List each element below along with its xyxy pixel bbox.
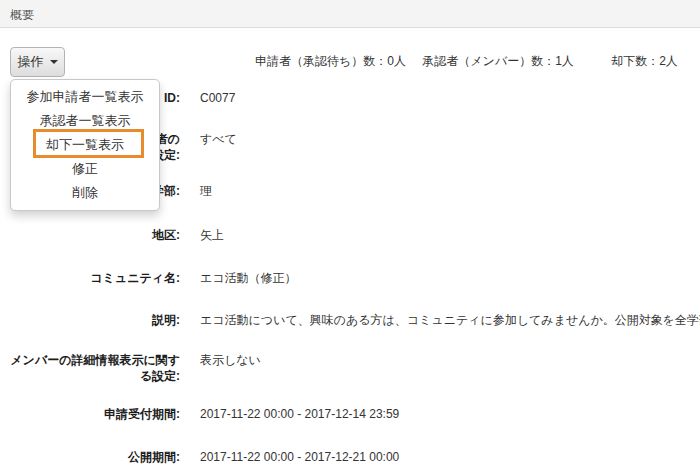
rejected-count: 却下数：2人 xyxy=(611,54,678,68)
field-value: 表示しない xyxy=(200,352,261,368)
field-value: すべて xyxy=(200,131,237,147)
member-counts-summary: 申請者（承認待ち）数：0人 承認者（メンバー）数：1人 却下数：2人 xyxy=(255,53,678,70)
action-dropdown-button[interactable]: 操作 xyxy=(10,47,65,77)
field-value: 2017-11-22 00:00 - 2017-12-21 00:00 xyxy=(200,449,399,465)
field-value: 矢上 xyxy=(200,227,224,243)
menu-item-edit[interactable]: 修正 xyxy=(11,157,159,181)
menu-item-show-rejected-list[interactable]: 却下一覧表示 xyxy=(11,133,159,157)
caret-down-icon xyxy=(50,60,58,64)
field-value: C0077 xyxy=(200,90,235,106)
action-dropdown-menu: 参加申請者一覧表示 承認者一覧表示 却下一覧表示 修正 削除 xyxy=(10,79,160,211)
field-row-member-detail-setting: メンバーの詳細情報表示に関す る設定: 表示しない xyxy=(0,352,261,384)
approver-count: 承認者（メンバー）数：1人 xyxy=(422,54,574,68)
action-button-label: 操作 xyxy=(18,53,44,71)
field-label: メンバーの詳細情報表示に関す る設定: xyxy=(0,352,180,384)
field-row-application-period: 申請受付期間: 2017-11-22 00:00 - 2017-12-14 23… xyxy=(0,406,399,422)
field-row-district: 地区: 矢上 xyxy=(0,227,224,243)
field-value: エコ活動について、興味のある方は、コミュニティに参加してみませんか。公開対象を全… xyxy=(200,312,700,328)
page-header-bar: 概要 xyxy=(0,0,700,28)
field-label: 地区: xyxy=(0,227,180,243)
menu-item-show-approver-list[interactable]: 承認者一覧表示 xyxy=(11,109,159,133)
menu-item-show-applicant-list[interactable]: 参加申請者一覧表示 xyxy=(11,85,159,109)
page-title: 概要 xyxy=(10,7,34,24)
menu-item-delete[interactable]: 削除 xyxy=(11,181,159,205)
field-label: 申請受付期間: xyxy=(0,406,180,422)
field-value: 理 xyxy=(200,183,212,199)
field-label: コミュニティ名: xyxy=(0,270,180,286)
field-row-community-name: コミュニティ名: エコ活動（修正） xyxy=(0,270,297,286)
field-label: 公開期間: xyxy=(0,449,180,465)
applicant-count: 申請者（承認待ち）数：0人 xyxy=(255,54,406,68)
field-row-publication-period: 公開期間: 2017-11-22 00:00 - 2017-12-21 00:0… xyxy=(0,449,399,465)
field-value: エコ活動（修正） xyxy=(200,270,297,286)
field-row-description: 説明: エコ活動について、興味のある方は、コミュニティに参加してみませんか。公開… xyxy=(0,312,700,328)
field-value: 2017-11-22 00:00 - 2017-12-14 23:59 xyxy=(200,406,399,422)
field-label: 説明: xyxy=(0,312,180,328)
